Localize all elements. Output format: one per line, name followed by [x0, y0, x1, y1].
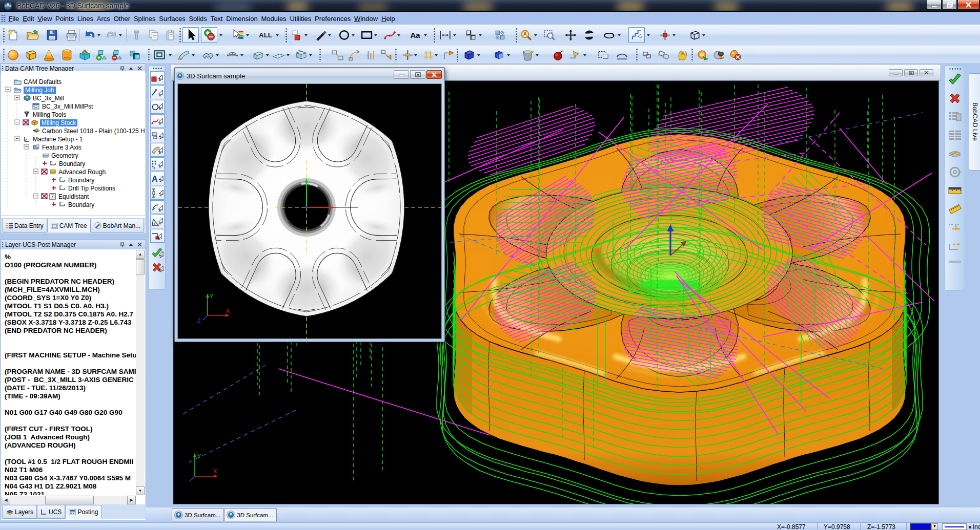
- svg-text:A: A: [152, 175, 158, 183]
- svg-text:Y: Y: [197, 453, 201, 459]
- svg-text:X: X: [226, 308, 230, 314]
- svg-text:X: X: [213, 468, 217, 474]
- svg-text:Y: Y: [210, 293, 214, 299]
- svg-text:Z: Z: [197, 317, 201, 324]
